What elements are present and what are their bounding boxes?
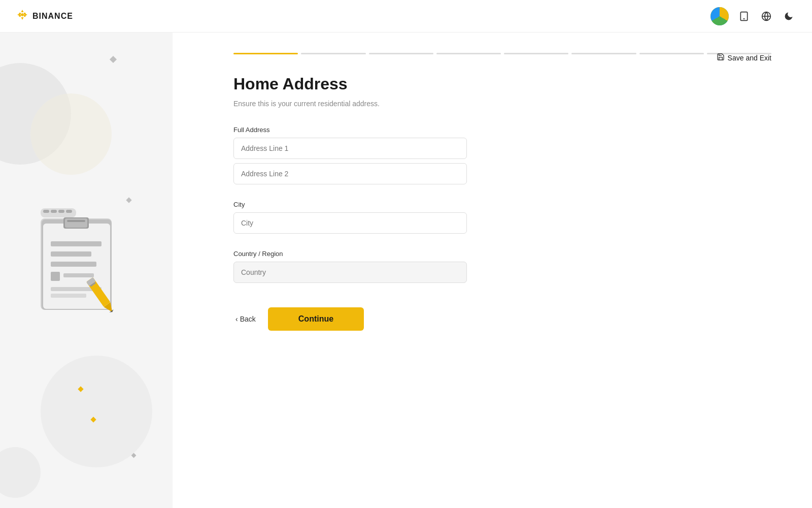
form-section: Full Address City Country / Region ‹ Bac… — [233, 126, 467, 331]
back-chevron-icon: ‹ — [235, 315, 238, 323]
progress-segment-4 — [436, 53, 501, 54]
city-group: City — [233, 201, 467, 238]
deco-diamond-2 — [126, 197, 131, 203]
city-label: City — [233, 201, 467, 208]
city-input[interactable] — [233, 212, 467, 234]
full-address-line2-input[interactable] — [233, 163, 467, 184]
save-exit-button[interactable]: Save and Exit — [717, 53, 771, 62]
back-button[interactable]: ‹ Back — [233, 311, 258, 327]
country-group: Country / Region — [233, 250, 467, 287]
main-layout: Save and Exit Home Address Ensure this i… — [0, 33, 812, 508]
header: BINANCE — [0, 0, 812, 33]
svg-rect-24 — [51, 210, 57, 213]
svg-rect-10 — [51, 241, 101, 246]
progress-bar — [233, 53, 771, 54]
svg-rect-12 — [51, 262, 96, 267]
continue-button[interactable]: Continue — [268, 307, 364, 331]
dark-mode-icon[interactable] — [782, 9, 796, 23]
deco-circle-2 — [30, 93, 112, 175]
svg-rect-9 — [67, 220, 85, 222]
svg-rect-14 — [63, 273, 94, 277]
svg-rect-23 — [43, 210, 49, 213]
svg-rect-11 — [51, 251, 91, 257]
progress-segment-5 — [504, 53, 568, 54]
country-input[interactable] — [233, 262, 467, 283]
svg-rect-16 — [51, 294, 86, 298]
globe-icon[interactable] — [759, 9, 773, 23]
page-title: Home Address — [233, 75, 771, 93]
deco-circle-3 — [41, 356, 152, 467]
back-label: Back — [240, 315, 256, 323]
deco-diamond-5 — [131, 453, 137, 458]
sidebar-illustration — [0, 33, 173, 508]
full-address-group: Full Address — [233, 126, 467, 188]
logo-text: BINANCE — [32, 12, 73, 21]
svg-rect-13 — [51, 272, 60, 281]
header-right — [710, 7, 796, 25]
nav-buttons: ‹ Back Continue — [233, 307, 467, 331]
progress-segment-6 — [571, 53, 636, 54]
save-icon — [717, 53, 725, 62]
avatar[interactable] — [710, 7, 729, 25]
svg-rect-26 — [66, 210, 72, 213]
illustration — [30, 203, 142, 325]
page-subtitle: Ensure this is your current residential … — [233, 100, 771, 108]
svg-rect-8 — [65, 218, 87, 228]
full-address-line1-input[interactable] — [233, 138, 467, 159]
progress-segment-3 — [369, 53, 433, 54]
full-address-label: Full Address — [233, 126, 467, 134]
progress-segment-2 — [301, 53, 365, 54]
tablet-icon[interactable] — [737, 9, 751, 23]
country-label: Country / Region — [233, 250, 467, 258]
content-area: Save and Exit Home Address Ensure this i… — [173, 33, 812, 508]
deco-diamond-1 — [110, 56, 117, 63]
binance-logo-icon — [16, 9, 28, 24]
svg-rect-25 — [58, 210, 64, 213]
progress-segment-7 — [639, 53, 704, 54]
save-exit-label: Save and Exit — [728, 54, 771, 62]
deco-circle-4 — [0, 447, 41, 498]
progress-segment-1 — [233, 53, 298, 54]
logo[interactable]: BINANCE — [16, 9, 73, 24]
